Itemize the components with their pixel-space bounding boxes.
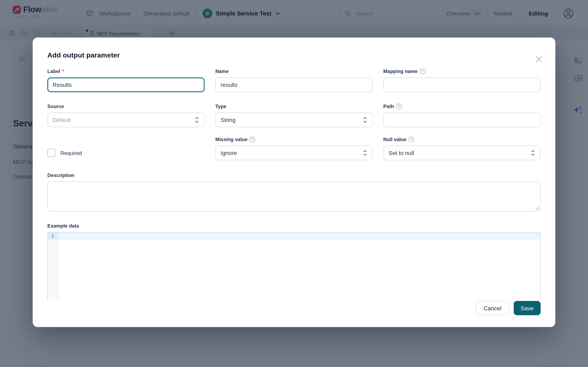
- select-chevrons-icon: [362, 150, 367, 156]
- label-input[interactable]: [47, 77, 205, 92]
- null-value-label: Null value: [383, 136, 406, 142]
- help-icon[interactable]: ?: [396, 103, 402, 109]
- required-label: Required: [61, 150, 82, 156]
- description-label: Description: [47, 172, 74, 178]
- cancel-button[interactable]: Cancel: [476, 301, 509, 315]
- required-asterisk: *: [62, 68, 64, 74]
- name-field: Name: [215, 68, 373, 92]
- name-field-label: Name: [215, 68, 229, 74]
- required-checkbox[interactable]: [47, 149, 56, 157]
- modal-title: Add output parameter: [47, 51, 541, 59]
- example-data-editor[interactable]: 1: [47, 232, 541, 300]
- save-button[interactable]: Save: [514, 301, 541, 315]
- add-output-parameter-modal: Add output parameter Label* Name Mapping…: [33, 38, 555, 327]
- type-label: Type: [215, 103, 226, 109]
- type-field: Type String: [215, 103, 373, 127]
- path-field: Path?: [383, 103, 541, 127]
- help-icon[interactable]: ?: [420, 68, 425, 74]
- editor-gutter: 1: [48, 233, 58, 300]
- mapping-name-input[interactable]: [383, 77, 541, 92]
- mapping-name-field: Mapping name?: [383, 68, 541, 92]
- example-data-label: Example data: [47, 223, 79, 229]
- path-label: Path: [383, 103, 394, 109]
- source-value: Default: [53, 117, 71, 123]
- editor-code-area[interactable]: [58, 233, 540, 300]
- select-chevrons-icon: [195, 117, 199, 123]
- active-line-highlight: [58, 233, 540, 240]
- close-icon: [535, 56, 542, 63]
- description-field: Description: [47, 172, 541, 212]
- help-icon[interactable]: ?: [408, 136, 414, 142]
- missing-value-select[interactable]: Ignore: [215, 146, 373, 160]
- type-value: String: [221, 117, 236, 123]
- missing-value-value: Ignore: [221, 150, 237, 156]
- missing-value-field: Missing value? Ignore: [215, 136, 373, 160]
- name-input[interactable]: [215, 77, 373, 92]
- mapping-name-label: Mapping name: [383, 68, 417, 74]
- source-field: Source Default: [47, 103, 205, 127]
- label-field-label: Label: [47, 68, 60, 74]
- type-select[interactable]: String: [215, 113, 373, 127]
- null-value-value: Set to null: [389, 150, 414, 156]
- line-number: 1: [48, 233, 58, 240]
- help-icon[interactable]: ?: [250, 136, 255, 142]
- source-label: Source: [47, 103, 64, 109]
- modal-footer: Cancel Save: [47, 301, 541, 315]
- path-input[interactable]: [383, 113, 541, 127]
- null-value-field: Null value? Set to null: [383, 136, 541, 160]
- description-textarea[interactable]: [47, 182, 541, 212]
- missing-value-label: Missing value: [215, 136, 247, 142]
- label-field: Label*: [47, 68, 205, 92]
- source-select[interactable]: Default: [47, 113, 205, 127]
- select-chevrons-icon: [530, 150, 535, 156]
- close-button[interactable]: [534, 55, 543, 64]
- select-chevrons-icon: [362, 117, 367, 123]
- null-value-select[interactable]: Set to null: [383, 146, 541, 160]
- resize-grip-icon[interactable]: [535, 206, 539, 210]
- example-data-field: Example data 1: [47, 223, 541, 300]
- required-field: Required: [47, 136, 205, 160]
